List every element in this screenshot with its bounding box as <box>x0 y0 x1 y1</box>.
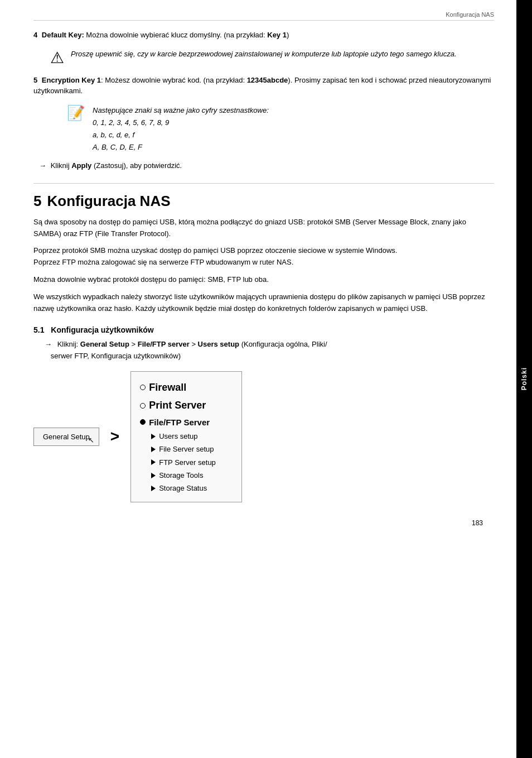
submenu-item-ftp-server-setup[interactable]: FTP Server setup <box>151 456 233 469</box>
step4-text: Można dowolnie wybierać klucz domyślny. … <box>86 31 267 39</box>
step-number-4: 4 <box>33 31 37 39</box>
note-pencil-icon: 📝 <box>67 104 85 122</box>
menu-item-firewall[interactable]: Firewall <box>140 378 233 396</box>
triangle-icon-ftpserver <box>151 459 156 465</box>
apply-prefix: Kliknij <box>51 161 72 170</box>
step-number-5: 5 <box>33 76 37 84</box>
step5-example: 12345abcde <box>247 76 288 84</box>
step-4: 4 Default Key: Można dowolnie wybierać k… <box>33 30 494 41</box>
triangle-icon-storagestatus <box>151 486 156 491</box>
hex-note-text: Następujące znaki są ważne jako cyfry sz… <box>93 104 269 153</box>
side-tab-label: Polski <box>520 367 528 390</box>
nav-instruction: Kliknij: General Setup > File/FTP server… <box>45 339 494 362</box>
step5-text: : Możesz dowolnie wybrać kod. (na przykł… <box>101 76 247 84</box>
hex-note-box: 📝 Następujące znaki są ważne jako cyfry … <box>67 104 494 153</box>
section5-title: 5 Konfiguracja NAS <box>33 193 494 210</box>
menu-panel: Firewall Print Server File/FTP Server <box>130 371 242 502</box>
page-header: Konfiguracja NAS <box>33 11 494 21</box>
step4-close: ) <box>287 31 289 39</box>
triangle-icon-fileserver <box>151 447 156 452</box>
step4-example: Key 1 <box>267 31 287 39</box>
note-box-1: ⚠ Proszę upewnić się, czy w karcie bezpr… <box>50 49 494 67</box>
triangle-icon-users <box>151 434 156 439</box>
submenu: Users setup File Server setup FTP Server… <box>151 430 233 495</box>
note1-text: Proszę upewnić się, czy w karcie bezprze… <box>71 49 457 60</box>
menu-item-printserver[interactable]: Print Server <box>140 396 233 414</box>
section5-body: Są dwa sposoby na dostęp do pamięci USB,… <box>33 217 494 315</box>
page-number: 183 <box>33 519 494 527</box>
apply-instruction: Kliknij Apply (Zastosuj), aby potwierdzi… <box>39 161 494 170</box>
section5-para1: Są dwa sposoby na dostęp do pamięci USB,… <box>33 217 494 240</box>
apply-bold: Apply <box>71 161 91 170</box>
submenu-item-storage-status[interactable]: Storage Status <box>151 482 233 495</box>
menu-item-fileftpserver[interactable]: File/FTP Server <box>140 415 233 430</box>
step4-label: Default Key: <box>42 31 84 39</box>
warning-icon: ⚠ <box>50 49 64 67</box>
section5-para4: Można dowolnie wybrać protokół dostępu d… <box>33 274 494 286</box>
triangle-icon-storagetools <box>151 473 156 478</box>
radio-printserver <box>140 403 146 409</box>
submenu-item-storage-tools[interactable]: Storage Tools <box>151 469 233 482</box>
side-tab: Polski <box>516 0 532 758</box>
submenu-item-file-server-setup[interactable]: File Server setup <box>151 443 233 455</box>
arrow-icon: > <box>110 428 119 445</box>
cursor-icon: ↖ <box>88 436 94 444</box>
header-title: Konfiguracja NAS <box>446 11 494 18</box>
step5-label: Encryption Key 1 <box>42 76 101 84</box>
subsection51-title: 5.1 Konfiguracja użytkowników <box>33 325 494 334</box>
radio-fileftp <box>140 419 146 425</box>
step-5: 5 Encryption Key 1: Możesz dowolnie wybr… <box>33 75 494 97</box>
section5-para2-3: Poprzez protokół SMB można uzyskać dostę… <box>33 245 494 268</box>
general-setup-box[interactable]: General Setup ↖ <box>33 428 99 446</box>
submenu-item-users-setup[interactable]: Users setup <box>151 430 233 443</box>
section5-para5: We wszystkich wypadkach należy stworzyć … <box>33 291 494 315</box>
section-divider <box>33 183 494 184</box>
apply-text: (Zastosuj), aby potwierdzić. <box>91 161 182 170</box>
radio-firewall <box>140 385 146 390</box>
ui-diagram: General Setup ↖ > Firewall Print Server <box>33 371 494 502</box>
